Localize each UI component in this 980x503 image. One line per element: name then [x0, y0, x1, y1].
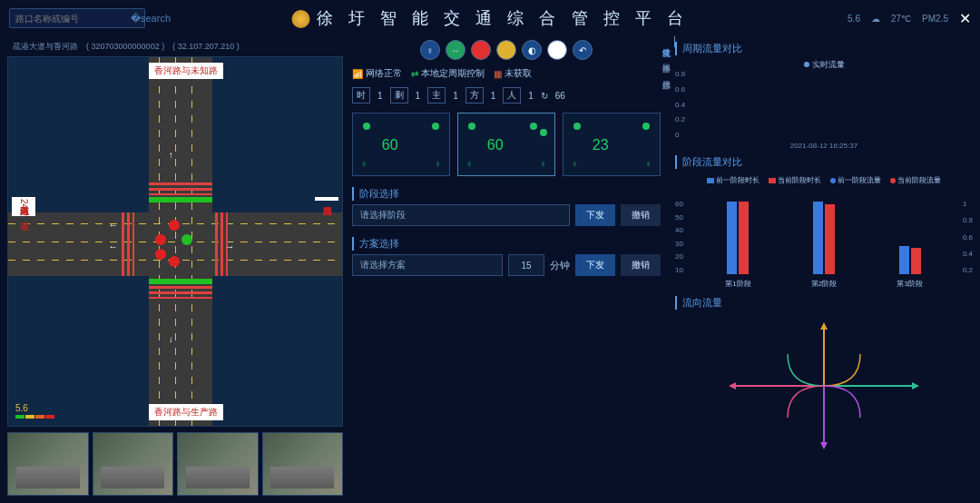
phase-box-3[interactable]: ♀♀ 23 — [563, 113, 661, 176]
tab-flow-stats[interactable]: 流量统计 — [659, 36, 675, 47]
phase-section-head: 阶段选择 — [352, 187, 661, 201]
duration-unit: 分钟 — [550, 259, 570, 272]
refresh-icon: ↻ — [541, 91, 548, 101]
camera-thumb-1[interactable] — [7, 432, 89, 496]
phase-flow-chart: 前一阶段时长 当前阶段时长 前一阶段流量 当前阶段流量 605040302010… — [675, 173, 973, 291]
chart1-title: 周期流量对比 — [675, 42, 973, 55]
camera-thumb-3[interactable] — [177, 432, 259, 496]
phase-box-1[interactable]: ♀♀ 60 — [352, 113, 450, 176]
count-label: 剩 — [390, 87, 408, 104]
tab-events[interactable]: 路口事件 — [659, 53, 675, 64]
phase-value: 23 — [593, 137, 609, 153]
mode-btn-back[interactable]: ↶ — [573, 40, 593, 60]
plan-section-head: 方案选择 — [352, 237, 661, 251]
badge-icon — [291, 10, 309, 28]
search-box[interactable]: �search — [9, 8, 145, 28]
count-label: 时 — [352, 87, 370, 104]
map-legend: 5.6 — [15, 403, 54, 419]
pm25-label: PM2.5 — [922, 14, 948, 24]
intersection-title: 疏港大道与香河路 ( 320703000000002 ) ( 32.107.20… — [7, 36, 343, 56]
tab-logs[interactable]: 操作日志 — [659, 69, 675, 80]
phase-select[interactable]: 请选择阶段 — [352, 204, 570, 226]
plan-cancel-button[interactable]: 撤销 — [621, 254, 661, 276]
chart3-title: 流向流量 — [675, 296, 973, 310]
count-label: 人 — [503, 87, 521, 104]
svg-marker-3 — [912, 382, 919, 390]
count-label: 主 — [427, 87, 446, 104]
rating-value: 5.6 — [848, 14, 860, 24]
search-icon[interactable]: �search — [131, 13, 171, 25]
cycle-flow-chart: 实时流量 0.80.60.40.20 2021-08-12 16:25:37 — [675, 59, 973, 150]
phase-send-button[interactable]: 下发 — [575, 204, 615, 226]
intersection-map[interactable]: ← ← → ↑ ↓ 香河路与未知路 香河路与生产路 疏港大道与242省道 疏港大… — [7, 56, 343, 427]
road-label-north: 香河路与未知路 — [149, 63, 223, 79]
mode-btn-yellow[interactable] — [496, 40, 516, 60]
road-label-west: 疏港大道与242省道 — [12, 197, 35, 216]
close-icon[interactable]: ✕ — [959, 10, 971, 27]
count-label: 方 — [466, 87, 484, 104]
weather-icon: ☁ — [871, 14, 880, 24]
duration-input[interactable]: 15 — [508, 254, 544, 276]
svg-marker-0 — [820, 322, 828, 330]
plan-select[interactable]: 请选择方案 — [352, 254, 503, 276]
control-mode: 本地定周期控制 — [421, 67, 485, 80]
weather-temp: 27℃ — [891, 14, 911, 24]
calendar-icon: ▦ — [494, 69, 502, 79]
cycle-icon: ⇄ — [411, 69, 418, 79]
mode-btn-1[interactable]: ♀ — [420, 40, 440, 60]
mode-btn-2[interactable]: ↔ — [446, 40, 466, 60]
mode-btn-5[interactable]: ◐ — [522, 40, 542, 60]
road-label-east: 疏港大道与徐圩线 — [315, 197, 338, 201]
phase-value: 60 — [382, 137, 398, 153]
road-label-south: 香河路与生产路 — [149, 404, 223, 420]
mode-btn-white[interactable] — [547, 40, 567, 60]
wifi-icon: 📶 — [352, 69, 363, 79]
chart2-title: 阶段流量对比 — [675, 155, 973, 169]
camera-thumb-4[interactable] — [262, 432, 344, 496]
flow-direction-diagram — [675, 313, 973, 459]
app-title: 徐 圩 智 能 交 通 综 合 管 控 平 台 — [291, 7, 688, 29]
plan-send-button[interactable]: 下发 — [575, 254, 615, 276]
svg-marker-1 — [820, 442, 828, 449]
phase-value: 60 — [487, 137, 504, 153]
camera-thumb-2[interactable] — [93, 432, 174, 496]
phase-cancel-button[interactable]: 撤销 — [621, 204, 661, 226]
phase-box-2[interactable]: ♀♀ 60 — [457, 113, 555, 176]
title-text: 徐 圩 智 能 交 通 综 合 管 控 平 台 — [317, 9, 688, 27]
svg-marker-2 — [729, 382, 736, 390]
fetch-status: 未获取 — [505, 67, 532, 80]
search-input[interactable] — [15, 14, 131, 24]
network-status: 网络正常 — [366, 67, 402, 80]
mode-btn-red[interactable] — [471, 40, 491, 60]
